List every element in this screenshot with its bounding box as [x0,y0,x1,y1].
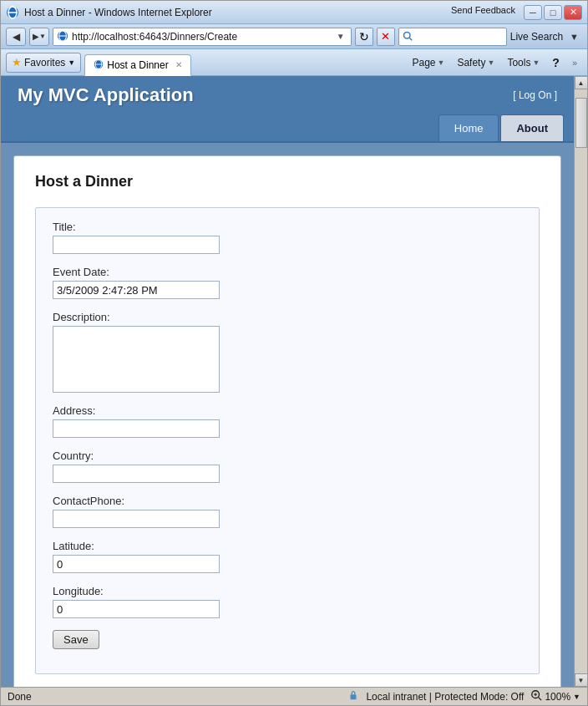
live-search-label: Live Search [510,31,563,43]
address-text[interactable]: http://localhost:64643/Dinners/Create [72,31,334,43]
address-input[interactable] [53,419,220,438]
status-bar: Done Local intranet | Protected Mode: Of… [1,687,587,705]
safety-menu-button[interactable]: Safety ▼ [452,53,499,72]
svg-line-7 [409,38,412,40]
search-go-button[interactable]: ▼ [566,32,582,42]
maximize-button[interactable]: □ [544,5,562,20]
scroll-up-button[interactable]: ▲ [575,76,588,89]
log-on-area: [ Log On ] [513,89,557,101]
event-date-label: Event Date: [53,266,522,278]
title-bar-left: Host a Dinner - Windows Internet Explore… [6,6,212,19]
safety-menu-label: Safety [457,57,485,69]
safety-dropdown-icon: ▼ [487,58,494,67]
zoom-controls: 100% ▼ [530,689,580,703]
app-nav: Home About [1,114,574,143]
favorites-dropdown-icon: ▼ [68,58,75,67]
back-button[interactable]: ◀ [6,28,26,46]
security-icon [347,689,359,703]
country-input[interactable] [53,465,220,483]
browser-content: My MVC Application [ Log On ] Home About [1,76,587,705]
save-button[interactable]: Save [53,630,99,649]
tools-dropdown-icon: ▼ [532,58,540,67]
active-tab[interactable]: Host a Dinner ✕ [84,54,190,76]
search-bar: Live Search ▼ [398,28,582,46]
longitude-field-group: Longitude: [53,585,522,618]
page-menu-label: Page [412,57,435,69]
scroll-thumb[interactable] [575,98,587,148]
browser-window: Host a Dinner - Windows Internet Explore… [0,0,588,706]
browser-toolbar: ★ Favorites ▼ Host a Dinner ✕ Page ▼ Saf… [1,49,587,76]
app-container: My MVC Application [ Log On ] Home About [1,76,574,687]
description-label: Description: [53,311,522,323]
address-label: Address: [53,404,522,417]
search-icon [403,31,413,43]
tab-favicon [94,59,104,71]
scroll-track [575,89,587,673]
save-button-group: Save [53,630,522,649]
contact-phone-input[interactable] [53,510,220,528]
description-input[interactable] [53,326,220,393]
favorites-star-icon: ★ [12,56,22,69]
nav-home-button[interactable]: Home [438,114,499,141]
address-field-group: Address: [53,404,522,438]
longitude-input[interactable] [53,600,220,618]
page-area: My MVC Application [ Log On ] Home About [1,76,574,687]
latitude-field-group: Latitude: [53,540,522,573]
svg-line-13 [539,698,542,701]
contact-phone-label: ContactPhone: [53,495,522,507]
ie-page-icon [57,30,68,43]
address-dropdown-button[interactable]: ▼ [334,32,347,41]
zoom-dropdown-icon[interactable]: ▼ [573,693,580,701]
form-heading: Host a Dinner [35,173,540,190]
title-field-group: Title: [53,221,522,254]
status-text: Done [8,691,32,703]
description-field-group: Description: [53,311,522,393]
vertical-scrollbar: ▲ ▼ [574,76,587,687]
address-bar-input-wrap[interactable]: http://localhost:64643/Dinners/Create ▼ [53,28,352,46]
log-on-link[interactable]: Log On [519,89,551,101]
stop-button[interactable]: ✕ [377,28,395,46]
zoom-icon [530,689,542,703]
security-status: Local intranet | Protected Mode: Off [366,691,524,703]
tab-close-button[interactable]: ✕ [175,60,182,69]
svg-point-6 [403,32,410,38]
tools-menu-button[interactable]: Tools ▼ [502,53,545,72]
toolbar-extra-button[interactable]: » [567,53,582,72]
browser-title: Host a Dinner - Windows Internet Explore… [24,7,212,18]
country-label: Country: [53,450,522,462]
title-bar: Host a Dinner - Windows Internet Explore… [1,1,587,24]
zoom-level: 100% [545,691,570,703]
tab-label: Host a Dinner [107,59,168,71]
help-button[interactable]: ? [547,53,565,72]
longitude-label: Longitude: [53,585,522,597]
refresh-button[interactable]: ↻ [355,28,373,46]
title-input[interactable] [53,236,220,254]
search-input-wrap[interactable] [398,28,507,46]
title-label: Title: [53,221,522,233]
latitude-input[interactable] [53,555,220,573]
scrollbar-area: My MVC Application [ Log On ] Home About [1,76,587,687]
svg-rect-11 [351,694,357,699]
event-date-input[interactable] [53,281,220,299]
page-dropdown-icon: ▼ [438,58,445,67]
scroll-down-button[interactable]: ▼ [575,673,588,687]
contact-phone-field-group: ContactPhone: [53,495,522,528]
tab-bar: Host a Dinner ✕ [84,49,403,76]
event-date-field-group: Event Date: [53,266,522,299]
favorites-button[interactable]: ★ Favorites ▼ [6,53,81,73]
latitude-label: Latitude: [53,540,522,552]
favorites-label: Favorites [24,57,65,69]
status-right: Local intranet | Protected Mode: Off 100… [347,689,580,703]
app-header: My MVC Application [ Log On ] [1,76,574,114]
send-feedback-link[interactable]: Send Feedback [451,5,515,20]
close-button[interactable]: ✕ [564,5,582,20]
main-content: Host a Dinner Title: Event Date: [1,143,574,687]
page-menu-button[interactable]: Page ▼ [407,53,449,72]
address-bar: ◀ ▶▼ http://localhost:64643/Dinners/Crea… [1,24,587,49]
forward-button[interactable]: ▶▼ [29,28,49,46]
minimize-button[interactable]: ─ [524,5,542,20]
form-inner: Title: Event Date: Des [35,207,540,674]
tools-menu-label: Tools [507,57,530,69]
nav-about-button[interactable]: About [500,114,564,141]
app-title: My MVC Application [18,84,194,106]
